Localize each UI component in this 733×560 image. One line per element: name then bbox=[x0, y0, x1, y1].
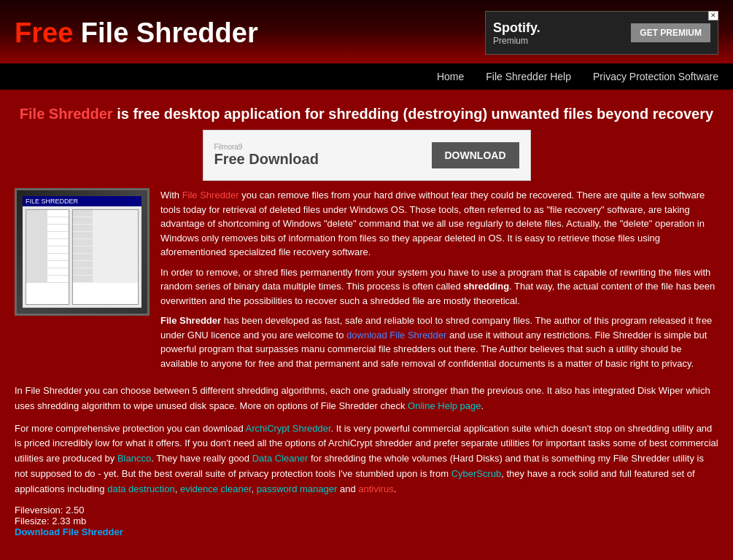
download-link[interactable]: Download File Shredder bbox=[15, 526, 123, 537]
spotify-sub: Premium bbox=[493, 36, 528, 46]
file-shredder-link-1[interactable]: File Shredder bbox=[182, 190, 239, 201]
full-content: In File Shredder you can choose between … bbox=[15, 384, 718, 497]
para3: File Shredder has been developed as fast… bbox=[160, 314, 718, 370]
ad2-label: Filmora9 bbox=[214, 143, 319, 151]
screen-inner: FILE SHREDDER bbox=[23, 196, 141, 308]
disk-wiper-para: In File Shredder you can choose between … bbox=[15, 384, 718, 414]
nav: Home File Shredder Help Privacy Protecti… bbox=[0, 62, 733, 91]
filmora-ad: Filmora9 Free Download DOWNLOAD bbox=[203, 130, 531, 181]
cyberscrub-link[interactable]: CyberScrub bbox=[451, 468, 502, 479]
screen-body bbox=[23, 206, 141, 308]
file-info: Fileversion: 2.50 Filesize: 2.33 mb Down… bbox=[15, 505, 718, 537]
para1: With File Shredder you can remove files … bbox=[160, 188, 718, 260]
screen-main-area bbox=[72, 209, 139, 305]
content-area: FILE SHREDDER bbox=[15, 188, 718, 376]
ad2-left: Filmora9 Free Download bbox=[214, 143, 319, 168]
archicrypt-link[interactable]: ArchiCrypt Shredder bbox=[246, 423, 331, 434]
file-version: Fileversion: 2.50 bbox=[15, 505, 718, 516]
screen-title-bar: FILE SHREDDER bbox=[23, 196, 141, 206]
nav-privacy[interactable]: Privacy Protection Software bbox=[593, 63, 718, 90]
spotify-brand: Spotify. bbox=[493, 20, 540, 36]
nav-help[interactable]: File Shredder Help bbox=[486, 63, 571, 90]
antivirus-link[interactable]: antivirus bbox=[358, 483, 393, 494]
online-help-link[interactable]: Online Help page bbox=[408, 400, 481, 411]
logo-free: Free bbox=[15, 18, 73, 48]
download-filmora-button[interactable]: DOWNLOAD bbox=[432, 142, 519, 168]
logo-rest: File Shredder bbox=[73, 18, 257, 48]
nav-home[interactable]: Home bbox=[437, 63, 464, 90]
header: Free File Shredder Spotify. Premium GET … bbox=[0, 0, 733, 62]
evidence-cleaner-link[interactable]: evidence cleaner bbox=[180, 483, 252, 494]
get-premium-button[interactable]: GET PREMIUM bbox=[631, 23, 710, 42]
ad2-text: Free Download bbox=[214, 151, 319, 168]
archicrypt-para: For more comprehensive protection you ca… bbox=[15, 421, 718, 497]
file-size: Filesize: 2.33 mb bbox=[15, 516, 718, 526]
screen-sidebar bbox=[26, 209, 69, 305]
ad-banner: Spotify. Premium GET PREMIUM bbox=[485, 11, 718, 55]
download-file-shredder-link[interactable]: download File Shredder bbox=[346, 330, 446, 341]
text-content: With File Shredder you can remove files … bbox=[160, 188, 718, 376]
software-screenshot: FILE SHREDDER bbox=[15, 188, 150, 316]
headline: File Shredder is free desktop applicatio… bbox=[15, 106, 718, 122]
logo: Free File Shredder bbox=[15, 18, 258, 49]
headline-rest: is free desktop application for shreddin… bbox=[113, 106, 714, 122]
password-manager-link[interactable]: password manager bbox=[257, 483, 338, 494]
data-cleaner-link[interactable]: Data Cleaner bbox=[252, 453, 309, 464]
header-ad: Spotify. Premium GET PREMIUM ✕ bbox=[485, 11, 718, 55]
data-destruction-link[interactable]: data destruction bbox=[107, 483, 175, 494]
para2: In order to remove, or shred files perma… bbox=[160, 265, 718, 308]
main: File Shredder is free desktop applicatio… bbox=[0, 91, 733, 545]
spotify-logo: Spotify. Premium bbox=[493, 20, 540, 46]
ad-close-icon[interactable]: ✕ bbox=[708, 11, 718, 20]
headline-app-name: File Shredder bbox=[20, 106, 113, 122]
blancco-link[interactable]: Blancco bbox=[117, 453, 151, 464]
